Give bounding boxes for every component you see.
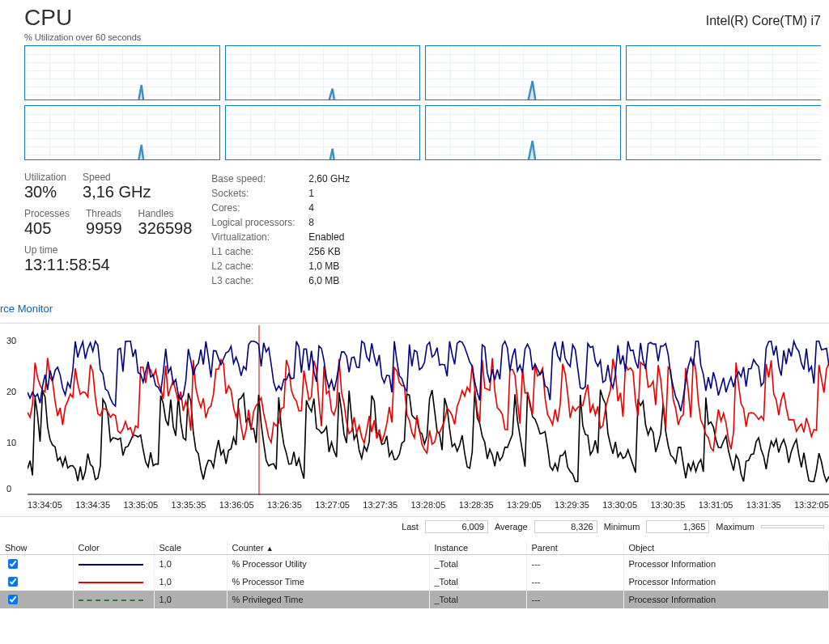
col-counter[interactable]: Counter ▲ [227, 541, 429, 555]
table-row[interactable]: 1,0 % Processor Utility _Total --- Proce… [0, 555, 829, 574]
label-logical-processors: Logical processors: [211, 215, 308, 230]
counters-table[interactable]: Show Color Scale Counter ▲ Instance Pare… [0, 541, 829, 608]
cell-instance: _Total [429, 573, 526, 591]
label-sockets: Sockets: [211, 186, 308, 201]
label-l2-cache: L2 cache: [211, 259, 308, 273]
value-l3-cache: 6,0 MB [308, 273, 339, 288]
label-processes: Processes [24, 208, 70, 219]
stats-row: Utilization 30% Speed 3,16 GHz Processes… [24, 172, 821, 288]
cell-parent: --- [526, 555, 623, 574]
stats-utilization-speed: Utilization 30% Speed 3,16 GHz Processes… [24, 172, 192, 288]
cell-scale: 1,0 [154, 573, 227, 591]
value-cores: 4 [308, 201, 314, 215]
value-uptime: 13:11:58:54 [24, 256, 192, 274]
cell-counter: % Privileged Time [227, 591, 429, 608]
label-last: Last [398, 521, 422, 532]
cell-counter: % Processor Time [227, 573, 429, 591]
table-row-selected[interactable]: 1,0 % Privileged Time _Total --- Process… [0, 591, 829, 608]
label-average: Average [491, 521, 531, 532]
cell-parent: --- [526, 573, 623, 591]
y-tick-20: 20 [6, 387, 16, 396]
col-color[interactable]: Color [73, 541, 154, 555]
value-speed: 3,16 GHz [83, 183, 151, 201]
value-l1-cache: 256 KB [308, 244, 340, 259]
value-maximum [761, 525, 824, 528]
core-chart-6[interactable] [425, 105, 621, 160]
label-uptime: Up time [24, 244, 192, 256]
value-sockets: 1 [308, 186, 314, 201]
value-average: 8,326 [534, 520, 597, 533]
label-threads: Threads [86, 208, 122, 219]
label-base-speed: Base speed: [211, 172, 308, 186]
show-checkbox[interactable] [8, 577, 18, 587]
chart-subtitle: % Utilization over 60 seconds [24, 32, 821, 42]
value-base-speed: 2,60 GHz [308, 172, 350, 186]
cpu-model-name: Intel(R) Core(TM) i7 [706, 14, 821, 28]
col-object[interactable]: Object [623, 541, 829, 555]
show-checkbox[interactable] [8, 595, 18, 604]
y-tick-30: 30 [6, 336, 16, 345]
title-row: CPU Intel(R) Core(TM) i7 [24, 5, 821, 31]
core-chart-3[interactable] [626, 45, 822, 100]
core-chart-4[interactable] [24, 105, 220, 160]
y-axis-ticks: 30 20 10 0 [6, 324, 28, 494]
col-scale[interactable]: Scale [154, 541, 227, 555]
color-swatch-red [79, 582, 143, 583]
core-chart-7[interactable] [626, 105, 822, 160]
value-minimum: 1,365 [646, 520, 709, 533]
show-checkbox[interactable] [8, 559, 18, 569]
col-parent[interactable]: Parent [526, 541, 623, 555]
label-maximum: Maximum [712, 521, 758, 532]
cell-object: Processor Information [623, 591, 829, 608]
core-chart-0[interactable] [24, 45, 220, 100]
core-chart-1[interactable] [225, 45, 421, 100]
cell-instance: _Total [429, 555, 526, 574]
perfmon-plot-svg [28, 325, 829, 495]
cell-counter: % Processor Utility [227, 555, 429, 574]
y-tick-0: 0 [6, 484, 11, 494]
page-title: CPU [24, 5, 72, 31]
y-tick-10: 10 [6, 438, 16, 447]
summary-bar: Last 6,009 Average 8,326 Minimum 1,365 M… [0, 517, 829, 536]
label-l1-cache: L1 cache: [211, 244, 308, 259]
sort-asc-icon: ▲ [266, 544, 274, 553]
label-speed: Speed [83, 172, 151, 183]
perfmon-chart[interactable]: 30 20 10 0 13:34:0513:34:3513:35:0513:35… [0, 323, 829, 517]
label-utilization: Utilization [24, 172, 66, 183]
value-processes: 405 [24, 219, 70, 238]
cell-instance: _Total [429, 591, 526, 608]
x-axis-ticks: 13:34:0513:34:3513:35:0513:35:3513:36:05… [28, 500, 829, 510]
color-swatch-green [79, 600, 143, 601]
label-cores: Cores: [211, 201, 308, 215]
cell-object: Processor Information [623, 573, 829, 591]
color-swatch-navy [79, 564, 143, 566]
value-utilization: 30% [24, 183, 66, 201]
resource-monitor-link[interactable]: rce Monitor [0, 291, 53, 320]
value-logical-processors: 8 [308, 215, 314, 230]
cell-parent: --- [526, 591, 623, 608]
counters-table-header: Show Color Scale Counter ▲ Instance Pare… [0, 541, 829, 555]
label-handles: Handles [138, 208, 193, 219]
value-threads: 9959 [86, 219, 122, 238]
per-core-charts [24, 45, 821, 160]
col-show[interactable]: Show [0, 541, 73, 555]
stats-details: Base speed:2,60 GHz Sockets:1 Cores:4 Lo… [211, 172, 350, 288]
task-manager-cpu-panel: CPU Intel(R) Core(TM) i7 % Utilization o… [0, 0, 829, 291]
core-chart-2[interactable] [425, 45, 621, 100]
value-virtualization: Enabled [308, 230, 344, 244]
cell-scale: 1,0 [154, 591, 227, 608]
cell-object: Processor Information [623, 555, 829, 574]
core-chart-5[interactable] [225, 105, 421, 160]
value-handles: 326598 [138, 219, 193, 238]
cell-scale: 1,0 [154, 555, 227, 574]
label-minimum: Minimum [601, 521, 644, 532]
value-l2-cache: 1,0 MB [308, 259, 339, 273]
col-instance[interactable]: Instance [429, 541, 526, 555]
value-last: 6,009 [425, 520, 488, 533]
label-virtualization: Virtualization: [211, 230, 308, 244]
table-row[interactable]: 1,0 % Processor Time _Total --- Processo… [0, 573, 829, 591]
label-l3-cache: L3 cache: [211, 273, 308, 288]
